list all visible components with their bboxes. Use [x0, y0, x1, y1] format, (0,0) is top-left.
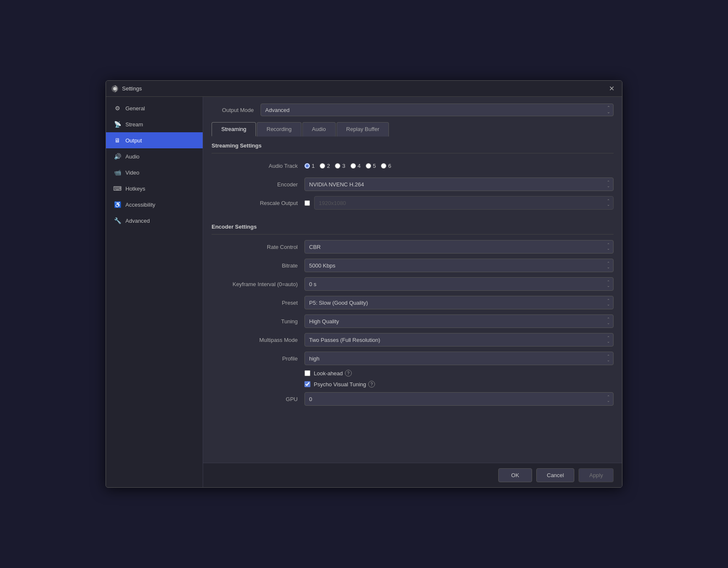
sidebar-label-stream: Stream — [125, 121, 143, 128]
track-option-2[interactable]: 2 — [320, 163, 330, 169]
titlebar-left: Settings — [111, 85, 142, 93]
settings-window: Settings ✕ ⚙ General 📡 Stream 🖥 Output 🔊… — [106, 80, 622, 488]
profile-row: Profile high main baseline — [212, 351, 614, 366]
look-ahead-help-icon[interactable]: ? — [345, 370, 352, 377]
output-mode-select-wrapper: Advanced Simple — [261, 104, 614, 116]
audio-track-label: Audio Track — [212, 163, 304, 169]
sidebar-label-advanced: Advanced — [125, 218, 150, 224]
sidebar-item-output[interactable]: 🖥 Output — [106, 132, 203, 148]
footer: OK Cancel Apply — [203, 463, 622, 487]
profile-label: Profile — [212, 355, 304, 362]
encoder-select-wrap: NVIDIA NVENC H.264 x264 NVIDIA NVENC AV1 — [304, 178, 614, 191]
rescale-resolution-select[interactable]: 1920x1080 — [314, 196, 614, 210]
multipass-label: Multipass Mode — [212, 337, 304, 343]
sidebar-item-general[interactable]: ⚙ General — [106, 100, 203, 116]
titlebar: Settings ✕ — [106, 81, 622, 97]
cancel-button[interactable]: Cancel — [536, 468, 574, 482]
rescale-resolution-wrap: 1920x1080 — [314, 196, 614, 210]
track-radio-4[interactable] — [350, 163, 356, 169]
tab-streaming[interactable]: Streaming — [212, 122, 256, 137]
sidebar-item-audio[interactable]: 🔊 Audio — [106, 148, 203, 164]
track-option-4[interactable]: 4 — [350, 163, 361, 169]
sidebar-item-advanced[interactable]: 🔧 Advanced — [106, 213, 203, 229]
bitrate-row: Bitrate — [212, 258, 614, 273]
keyframe-input-wrap — [304, 277, 614, 291]
preset-select-wrap: P5: Slow (Good Quality) P1: Fastest P2: … — [304, 296, 614, 309]
preset-label: Preset — [212, 300, 304, 306]
window-title: Settings — [122, 85, 142, 92]
tab-replay-buffer[interactable]: Replay Buffer — [337, 122, 389, 137]
encoder-row: Encoder NVIDIA NVENC H.264 x264 NVIDIA N… — [212, 177, 614, 191]
sidebar-item-video[interactable]: 📹 Video — [106, 164, 203, 180]
output-mode-select[interactable]: Advanced Simple — [261, 104, 614, 116]
track-radio-1[interactable] — [304, 163, 310, 169]
rescale-label: Rescale Output — [212, 200, 304, 206]
close-button[interactable]: ✕ — [606, 84, 617, 93]
rescale-checkbox[interactable] — [304, 200, 310, 206]
tuning-row: Tuning High Quality Ultra Low Latency Lo… — [212, 314, 614, 328]
psycho-visual-checkbox[interactable] — [304, 381, 310, 387]
sidebar-item-hotkeys[interactable]: ⌨ Hotkeys — [106, 180, 203, 197]
track-option-6[interactable]: 6 — [381, 163, 391, 169]
tuning-label: Tuning — [212, 318, 304, 325]
keyframe-input[interactable] — [304, 277, 614, 291]
sidebar-label-output: Output — [125, 137, 142, 144]
psycho-visual-row: Psycho Visual Tuning ? — [212, 381, 614, 388]
audio-icon: 🔊 — [114, 153, 121, 160]
look-ahead-checkbox[interactable] — [304, 370, 310, 376]
encoder-settings-header: Encoder Settings — [212, 218, 614, 235]
psycho-visual-label[interactable]: Psycho Visual Tuning ? — [314, 381, 375, 388]
gear-icon: ⚙ — [114, 104, 121, 112]
psycho-visual-help-icon[interactable]: ? — [368, 381, 375, 388]
keyframe-row: Keyframe Interval (0=auto) — [212, 277, 614, 291]
advanced-icon: 🔧 — [114, 217, 121, 224]
preset-select[interactable]: P5: Slow (Good Quality) P1: Fastest P2: … — [304, 296, 614, 309]
encoder-select[interactable]: NVIDIA NVENC H.264 x264 NVIDIA NVENC AV1 — [304, 178, 614, 191]
streaming-settings-header: Streaming Settings — [212, 137, 614, 153]
sidebar-label-hotkeys: Hotkeys — [125, 186, 145, 192]
tab-bar: Streaming Recording Audio Replay Buffer — [212, 122, 614, 137]
sidebar-item-accessibility[interactable]: ♿ Accessibility — [106, 197, 203, 213]
multipass-select[interactable]: Two Passes (Full Resolution) Disabled Tw… — [304, 333, 614, 347]
look-ahead-label[interactable]: Look-ahead ? — [314, 370, 352, 377]
main-top: Output Mode Advanced Simple Streaming Re — [203, 97, 622, 137]
preset-row: Preset P5: Slow (Good Quality) P1: Faste… — [212, 295, 614, 310]
profile-select[interactable]: high main baseline — [304, 352, 614, 365]
output-mode-label: Output Mode — [212, 107, 254, 113]
sidebar-item-stream[interactable]: 📡 Stream — [106, 116, 203, 132]
track-radio-5[interactable] — [366, 163, 371, 169]
bitrate-input[interactable] — [304, 259, 614, 272]
tuning-select[interactable]: High Quality Ultra Low Latency Low Laten… — [304, 314, 614, 328]
main-panel: Output Mode Advanced Simple Streaming Re — [203, 97, 622, 487]
track-label-3: 3 — [342, 163, 345, 169]
multipass-row: Multipass Mode Two Passes (Full Resoluti… — [212, 333, 614, 347]
bitrate-input-wrap — [304, 259, 614, 272]
rate-control-select[interactable]: CBR VBR CQP Lossless — [304, 240, 614, 254]
output-mode-row: Output Mode Advanced Simple — [212, 104, 614, 116]
ok-button[interactable]: OK — [498, 468, 532, 482]
track-label-2: 2 — [327, 163, 330, 169]
svg-point-1 — [113, 87, 117, 90]
track-radio-2[interactable] — [320, 163, 325, 169]
tuning-select-wrap: High Quality Ultra Low Latency Low Laten… — [304, 314, 614, 328]
track-option-3[interactable]: 3 — [335, 163, 345, 169]
keyframe-label: Keyframe Interval (0=auto) — [212, 281, 304, 287]
gpu-input[interactable] — [304, 392, 614, 406]
profile-select-wrap: high main baseline — [304, 352, 614, 365]
panel-content: Streaming Settings Audio Track 1 2 — [203, 137, 622, 463]
tab-recording[interactable]: Recording — [257, 122, 301, 137]
gpu-label: GPU — [212, 396, 304, 402]
tab-audio[interactable]: Audio — [302, 122, 336, 137]
rescale-row: Rescale Output 1920x1080 — [212, 196, 614, 210]
gpu-input-wrap — [304, 392, 614, 406]
app-icon — [111, 85, 119, 93]
track-radio-3[interactable] — [335, 163, 340, 169]
track-option-5[interactable]: 5 — [366, 163, 376, 169]
track-option-1[interactable]: 1 — [304, 163, 315, 169]
track-radio-6[interactable] — [381, 163, 386, 169]
apply-button[interactable]: Apply — [579, 468, 614, 482]
sidebar-label-video: Video — [125, 169, 139, 176]
rate-control-select-wrap: CBR VBR CQP Lossless — [304, 240, 614, 254]
sidebar-label-audio: Audio — [125, 153, 139, 160]
track-label-5: 5 — [373, 163, 376, 169]
